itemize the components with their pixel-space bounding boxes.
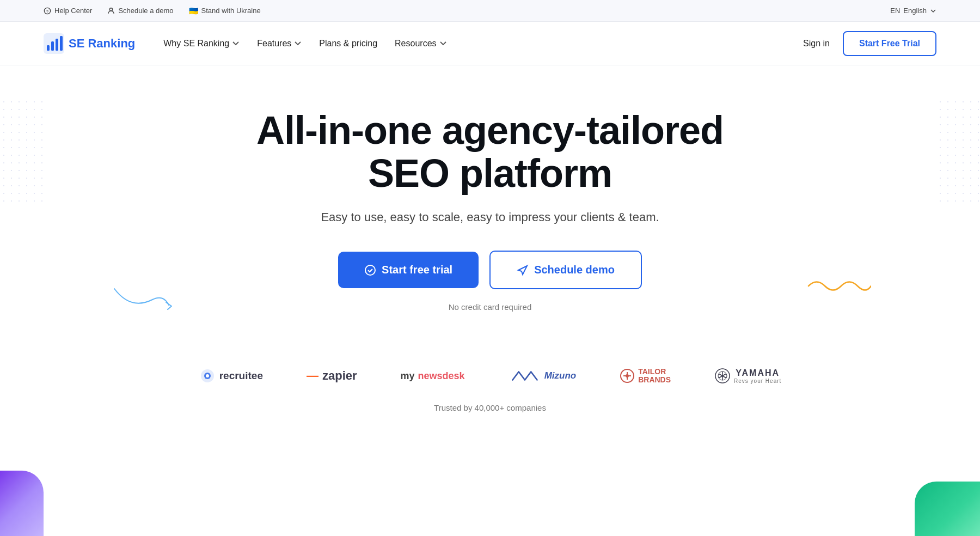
- decorative-shape-bottom-right: [915, 482, 980, 536]
- send-icon: [517, 264, 529, 276]
- recruitee-logo: recruitee: [199, 367, 263, 385]
- language-selector[interactable]: EN English: [890, 7, 936, 15]
- check-circle-icon: [364, 264, 376, 276]
- decorative-shape-bottom-left: [0, 471, 44, 536]
- logo-se: SE: [69, 36, 84, 50]
- decorative-wave-right: [806, 275, 871, 297]
- nav-why-label: Why SE Ranking: [163, 39, 229, 48]
- hero-section: All-in-one agency-tailored SEO platform …: [0, 65, 980, 344]
- zapier-accent: —: [307, 369, 318, 383]
- svg-point-8: [365, 265, 375, 275]
- ukraine-link[interactable]: 🇺🇦 Stand with Ukraine: [189, 7, 261, 15]
- help-icon: ?: [44, 7, 51, 15]
- brands-text: BRANDS: [638, 376, 671, 384]
- mizuno-icon: [509, 366, 541, 386]
- logo-icon: [44, 33, 64, 54]
- mizuno-text: Mizuno: [544, 370, 577, 381]
- chevron-down-icon: [439, 40, 447, 47]
- newsdesk-text: newsdesk: [418, 370, 465, 382]
- ukraine-flag-icon: 🇺🇦: [189, 7, 198, 15]
- hero-buttons: Start free trial Schedule demo: [44, 251, 936, 289]
- nav-resources-label: Resources: [395, 39, 436, 48]
- top-bar-left: ? Help Center Schedule a demo 🇺🇦 Stand w…: [44, 7, 261, 15]
- brand-logos-row: recruitee — zapier mynewsdesk Mizuno: [44, 366, 936, 386]
- schedule-demo-label: Schedule a demo: [118, 7, 173, 15]
- schedule-demo-link[interactable]: Schedule a demo: [107, 7, 173, 15]
- tailor-brands-logo: TAILOR BRANDS: [620, 368, 671, 385]
- start-trial-button[interactable]: Start Free Trial: [843, 31, 936, 56]
- yamaha-icon: [714, 368, 731, 384]
- nav-plans-label: Plans & pricing: [319, 39, 377, 48]
- navbar-right: Sign in Start Free Trial: [803, 31, 936, 56]
- help-center-link[interactable]: ? Help Center: [44, 7, 92, 15]
- tailor-text-block: TAILOR BRANDS: [638, 368, 671, 385]
- cta-secondary-label: Schedule demo: [534, 264, 615, 276]
- help-center-label: Help Center: [54, 7, 92, 15]
- tailor-icon: [620, 368, 635, 383]
- schedule-demo-button[interactable]: Schedule demo: [489, 251, 642, 289]
- svg-point-2: [110, 8, 113, 10]
- zapier-logo: — zapier: [307, 369, 357, 383]
- mynewsdesk-logo: mynewsdesk: [401, 370, 465, 382]
- chevron-down-icon: [294, 40, 302, 47]
- logo-text: SE Ranking: [69, 36, 135, 51]
- cta-primary-label: Start free trial: [382, 264, 452, 276]
- mizuno-logo: Mizuno: [509, 366, 577, 386]
- yamaha-tagline: Revs your Heart: [734, 378, 781, 384]
- yamaha-text: YAMAHA: [734, 368, 781, 378]
- navbar-left: SE Ranking Why SE Ranking Features Plans…: [44, 33, 454, 54]
- lang-code: EN: [890, 7, 900, 15]
- no-credit-text: No credit card required: [44, 302, 936, 312]
- recruitee-text: recruitee: [219, 370, 263, 382]
- logos-section: recruitee — zapier mynewsdesk Mizuno: [0, 344, 980, 445]
- recruitee-icon: [199, 367, 216, 385]
- top-bar: ? Help Center Schedule a demo 🇺🇦 Stand w…: [0, 0, 980, 22]
- svg-rect-4: [47, 45, 50, 51]
- nav-plans-pricing[interactable]: Plans & pricing: [313, 34, 384, 53]
- my-text: my: [401, 370, 415, 382]
- logo-ranking: Ranking: [84, 36, 135, 50]
- nav-resources[interactable]: Resources: [388, 34, 453, 53]
- hero-subtitle: Easy to use, easy to scale, easy to impr…: [44, 210, 936, 224]
- nav-links: Why SE Ranking Features Plans & pricing …: [157, 34, 453, 53]
- person-icon: [107, 7, 115, 15]
- sign-in-button[interactable]: Sign in: [803, 39, 830, 48]
- hero-dots-right: [936, 98, 980, 207]
- svg-point-11: [626, 374, 629, 377]
- nav-features[interactable]: Features: [250, 34, 308, 53]
- hero-headline: All-in-one agency-tailored SEO platform: [245, 109, 735, 195]
- svg-rect-6: [56, 39, 58, 51]
- nav-why-se-ranking[interactable]: Why SE Ranking: [157, 34, 246, 53]
- svg-rect-5: [51, 41, 54, 51]
- chevron-down-icon: [930, 8, 936, 14]
- lang-name: English: [903, 7, 927, 15]
- ukraine-label: Stand with Ukraine: [201, 7, 261, 15]
- svg-text:?: ?: [46, 9, 49, 14]
- tailor-text: TAILOR: [638, 368, 666, 376]
- yamaha-text-block: YAMAHA Revs your Heart: [734, 368, 781, 384]
- trusted-text: Trusted by 40,000+ companies: [44, 403, 936, 412]
- zapier-text: zapier: [322, 369, 357, 383]
- main-navbar: SE Ranking Why SE Ranking Features Plans…: [0, 22, 980, 65]
- hero-dots-left: [0, 98, 44, 207]
- chevron-down-icon: [232, 40, 240, 47]
- svg-rect-7: [60, 36, 63, 51]
- nav-features-label: Features: [257, 39, 291, 48]
- yamaha-logo: YAMAHA Revs your Heart: [714, 368, 781, 384]
- logo-link[interactable]: SE Ranking: [44, 33, 135, 54]
- svg-point-9: [206, 374, 209, 377]
- decorative-arrow-left: [109, 283, 174, 316]
- start-free-trial-button[interactable]: Start free trial: [338, 252, 479, 288]
